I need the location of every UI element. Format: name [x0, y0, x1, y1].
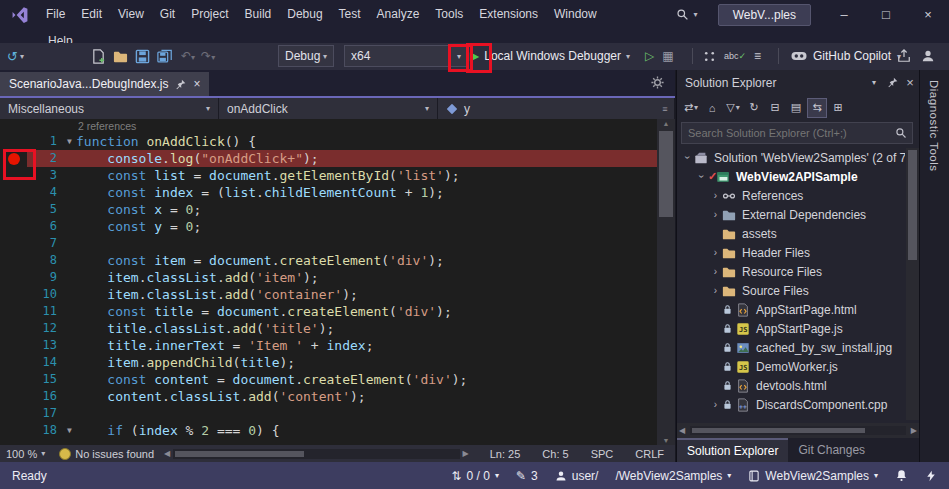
breakpoint-margin[interactable] [0, 201, 27, 218]
git-sync-button[interactable]: ⇅ 0 / 0▾ [452, 469, 499, 483]
scroll-down-icon[interactable]: ▼ [657, 437, 675, 444]
breakpoint-margin[interactable] [0, 371, 27, 388]
solution-explorer-search[interactable] [681, 122, 913, 144]
scrollbar-thumb[interactable] [692, 428, 865, 433]
code-text[interactable]: if (index % 2 === 0) { [76, 422, 280, 439]
code-line-9[interactable]: 9 item.classList.add('item'); [0, 269, 657, 286]
breakpoint-margin[interactable] [0, 133, 27, 150]
code-line-10[interactable]: 10 item.classList.add('container'); [0, 286, 657, 303]
refresh-button[interactable]: ↻ [744, 98, 764, 118]
breakpoint-margin[interactable] [0, 269, 27, 286]
menu-build[interactable]: Build [237, 7, 280, 21]
pending-changes-filter-button[interactable]: ▽▾ [723, 98, 743, 118]
code-text[interactable]: content.classList.add('content'); [76, 388, 366, 405]
issues-indicator-icon[interactable] [59, 448, 71, 460]
editor-vertical-scrollbar[interactable]: ▲ ▼ [657, 119, 675, 445]
code-text[interactable]: const title = document.createElement('di… [76, 303, 452, 320]
pin-icon[interactable] [175, 79, 186, 90]
git-branch-button[interactable]: /WebView2Samples▾ [615, 469, 731, 483]
git-repository-button[interactable]: WebView2Samples▾ [748, 469, 878, 483]
code-line-12[interactable]: 12 title.classList.add('title'); [0, 320, 657, 337]
scrollbar-thumb[interactable] [175, 451, 304, 457]
start-without-debugging-icon[interactable]: ▷ [645, 49, 654, 63]
breakpoint-margin[interactable] [0, 405, 27, 422]
maximize-button[interactable]: □ [865, 0, 907, 29]
performance-profiler-icon[interactable]: ▦ [662, 49, 673, 63]
menu-file[interactable]: File [38, 7, 73, 21]
undo-icon[interactable]: ↶▾ [181, 49, 195, 63]
chevron-collapsed-icon[interactable]: › [709, 209, 722, 220]
code-text[interactable]: const index = (list.childElementCount + … [76, 184, 444, 201]
navigate-backward-button[interactable]: ↺ ▾ [4, 45, 27, 67]
close-tab-icon[interactable]: × [193, 77, 200, 91]
breakpoint-margin[interactable] [0, 235, 27, 252]
new-item-icon[interactable] [91, 49, 106, 64]
search-button[interactable]: ▾ [668, 8, 706, 21]
menu-edit[interactable]: Edit [73, 7, 110, 21]
tree-item-solution-webview2samples-2-of-7[interactable]: ›Solution 'WebView2Samples' (2 of 7 ... [677, 148, 905, 167]
code-line-7[interactable]: 7 [0, 235, 657, 252]
window-menu-chevron-icon[interactable]: ▾ [865, 74, 883, 92]
issues-label[interactable]: No issues found [75, 448, 154, 460]
code-line-3[interactable]: 3 const list = document.getElementById('… [0, 167, 657, 184]
tree-item-source-files[interactable]: ›Source Files [677, 281, 905, 300]
tree-item-appstartpage-js[interactable]: JSAppStartPage.js [677, 319, 905, 338]
properties-button[interactable]: ⊞ [828, 98, 848, 118]
fold-collapse-icon[interactable]: ▼ [63, 422, 76, 439]
scroll-right-icon[interactable]: ▶ [463, 449, 469, 458]
document-tab[interactable]: ScenarioJava...DebugIndex.js × [0, 72, 209, 96]
code-text[interactable]: title.classList.add('title'); [76, 320, 334, 337]
chevron-expanded-icon[interactable]: › [682, 151, 693, 164]
code-text[interactable]: item.classList.add('container'); [76, 286, 358, 303]
chevron-collapsed-icon[interactable]: › [709, 190, 722, 201]
branch-prefix[interactable]: user/ [555, 469, 599, 483]
open-folder-icon[interactable] [113, 49, 128, 64]
code-line-8[interactable]: 8 const item = document.createElement('d… [0, 252, 657, 269]
code-text[interactable]: const item = document.createElement('div… [76, 252, 444, 269]
breakpoint-margin[interactable] [0, 388, 27, 405]
tree-horizontal-scrollbar[interactable]: ◀ ▶ [677, 423, 919, 438]
breakpoint-margin[interactable] [0, 252, 27, 269]
menu-debug[interactable]: Debug [279, 7, 330, 21]
code-line-6[interactable]: 6 const y = 0; [0, 218, 657, 235]
search-input[interactable] [682, 127, 895, 139]
tree-item-demoworker-js[interactable]: JSDemoWorker.js [677, 357, 905, 376]
code-text[interactable]: function onAddClick() { [76, 133, 256, 150]
code-text[interactable]: item.appendChild(title); [76, 354, 295, 371]
scrollbar-track[interactable] [690, 426, 906, 435]
pending-edits-button[interactable]: ✎ 3 [516, 469, 538, 483]
chevron-collapsed-icon[interactable]: › [709, 266, 722, 277]
breakpoint-margin[interactable] [0, 167, 27, 184]
tree-item-header-files[interactable]: ›Header Files [677, 243, 905, 262]
start-debugging-button[interactable]: ▶ Local Windows Debugger ▾ [467, 45, 633, 67]
codelens-references[interactable]: 2 references [0, 119, 657, 133]
code-text[interactable]: const y = 0; [76, 218, 201, 235]
chevron-expanded-icon[interactable]: › [696, 170, 707, 183]
tree-item-appstartpage-html[interactable]: AppStartPage.html [677, 300, 905, 319]
menu-window[interactable]: Window [546, 7, 605, 21]
menu-tools[interactable]: Tools [427, 7, 471, 21]
code-line-17[interactable]: 17 [0, 405, 657, 422]
close-panel-icon[interactable]: × [901, 74, 919, 92]
split-window-button[interactable]: ≡ [657, 101, 673, 116]
chevron-collapsed-icon[interactable]: › [709, 247, 722, 258]
code-text[interactable]: title.innerText = 'Item ' + index; [76, 337, 373, 354]
account-icon[interactable] [921, 49, 935, 63]
tab-git-changes[interactable]: Git Changes [788, 438, 875, 462]
sync-with-active-document-button[interactable]: ⇆ [807, 98, 827, 118]
code-line-18[interactable]: 18▼ if (index % 2 === 0) { [0, 422, 657, 439]
collapse-all-button[interactable]: ⊟ [765, 98, 785, 118]
nav-project-dropdown[interactable]: Miscellaneous▾ [0, 98, 219, 119]
tree-item-resource-files[interactable]: ›Resource Files [677, 262, 905, 281]
scroll-left-icon[interactable]: ◀ [677, 426, 687, 435]
code-line-16[interactable]: 16 content.classList.add('content'); [0, 388, 657, 405]
breakpoint-margin[interactable] [0, 303, 27, 320]
code-text[interactable]: item.classList.add('item'); [76, 269, 319, 286]
feedback-button[interactable] [925, 470, 937, 482]
notifications-button[interactable] [895, 469, 908, 482]
code-line-15[interactable]: 15 const content = document.createElemen… [0, 371, 657, 388]
menu-analyze[interactable]: Analyze [369, 7, 428, 21]
scrollbar-thumb[interactable] [659, 131, 673, 217]
tree-item-assets[interactable]: assets [677, 224, 905, 243]
tab-diagnostic-tools[interactable]: Diagnostic Tools [928, 70, 940, 172]
